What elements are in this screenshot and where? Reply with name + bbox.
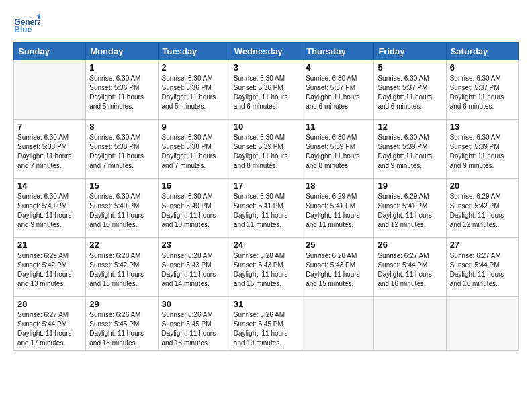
calendar-cell: 6Sunrise: 6:30 AM Sunset: 5:37 PM Daylig… (446, 60, 518, 120)
calendar-cell: 12Sunrise: 6:30 AM Sunset: 5:39 PM Dayli… (374, 120, 446, 179)
calendar-cell: 28Sunrise: 6:27 AM Sunset: 5:44 PM Dayli… (14, 297, 86, 351)
cell-info: Sunrise: 6:30 AM Sunset: 5:40 PM Dayligh… (89, 192, 154, 230)
day-number: 21 (17, 240, 82, 250)
day-number: 10 (234, 122, 298, 132)
calendar-header-thursday: Thursday (302, 43, 374, 60)
calendar-cell: 24Sunrise: 6:28 AM Sunset: 5:43 PM Dayli… (230, 238, 302, 297)
calendar-cell: 29Sunrise: 6:26 AM Sunset: 5:45 PM Dayli… (86, 297, 158, 351)
cell-info: Sunrise: 6:29 AM Sunset: 5:42 PM Dayligh… (17, 251, 82, 289)
svg-text:Blue: Blue (14, 25, 32, 34)
cell-info: Sunrise: 6:30 AM Sunset: 5:41 PM Dayligh… (234, 192, 298, 230)
calendar-header-saturday: Saturday (446, 43, 518, 60)
logo: General Blue (13, 10, 43, 37)
day-number: 11 (306, 122, 370, 132)
calendar-cell: 13Sunrise: 6:30 AM Sunset: 5:39 PM Dayli… (446, 120, 518, 179)
calendar-cell: 20Sunrise: 6:29 AM Sunset: 5:42 PM Dayli… (446, 179, 518, 238)
day-number: 14 (17, 181, 82, 191)
cell-info: Sunrise: 6:27 AM Sunset: 5:44 PM Dayligh… (17, 310, 82, 348)
calendar-cell: 18Sunrise: 6:29 AM Sunset: 5:41 PM Dayli… (302, 179, 374, 238)
calendar-header-row: SundayMondayTuesdayWednesdayThursdayFrid… (14, 43, 519, 60)
calendar-cell: 15Sunrise: 6:30 AM Sunset: 5:40 PM Dayli… (86, 179, 158, 238)
day-number: 5 (378, 62, 442, 73)
calendar-cell: 4Sunrise: 6:30 AM Sunset: 5:37 PM Daylig… (302, 60, 374, 120)
cell-info: Sunrise: 6:26 AM Sunset: 5:45 PM Dayligh… (89, 310, 154, 348)
calendar-cell: 11Sunrise: 6:30 AM Sunset: 5:39 PM Dayli… (302, 120, 374, 179)
cell-info: Sunrise: 6:28 AM Sunset: 5:42 PM Dayligh… (89, 251, 154, 289)
calendar-cell: 21Sunrise: 6:29 AM Sunset: 5:42 PM Dayli… (14, 238, 86, 297)
calendar-cell (302, 297, 374, 351)
calendar-cell (446, 297, 518, 351)
day-number: 23 (162, 240, 226, 250)
cell-info: Sunrise: 6:30 AM Sunset: 5:39 PM Dayligh… (450, 133, 515, 171)
day-number: 27 (450, 240, 515, 250)
day-number: 4 (306, 62, 370, 73)
calendar-cell: 26Sunrise: 6:27 AM Sunset: 5:44 PM Dayli… (374, 238, 446, 297)
calendar-header-sunday: Sunday (14, 43, 86, 60)
day-number: 12 (378, 122, 442, 132)
day-number: 8 (89, 122, 154, 132)
day-number: 16 (162, 181, 226, 191)
calendar-cell: 3Sunrise: 6:30 AM Sunset: 5:36 PM Daylig… (230, 60, 302, 120)
day-number: 31 (234, 299, 298, 309)
calendar-cell: 7Sunrise: 6:30 AM Sunset: 5:38 PM Daylig… (14, 120, 86, 179)
cell-info: Sunrise: 6:30 AM Sunset: 5:39 PM Dayligh… (234, 133, 298, 171)
calendar-cell: 31Sunrise: 6:26 AM Sunset: 5:45 PM Dayli… (230, 297, 302, 351)
calendar-cell: 2Sunrise: 6:30 AM Sunset: 5:36 PM Daylig… (158, 60, 230, 120)
cell-info: Sunrise: 6:30 AM Sunset: 5:38 PM Dayligh… (89, 133, 154, 171)
cell-info: Sunrise: 6:27 AM Sunset: 5:44 PM Dayligh… (378, 251, 442, 289)
calendar-cell (374, 297, 446, 351)
cell-info: Sunrise: 6:30 AM Sunset: 5:38 PM Dayligh… (17, 133, 82, 171)
page-container: General Blue SundayMondayTuesdayWednesda… (0, 0, 532, 411)
day-number: 20 (450, 181, 515, 191)
day-number: 22 (89, 240, 154, 250)
day-number: 6 (450, 62, 515, 73)
calendar-header-tuesday: Tuesday (158, 43, 230, 60)
calendar-header-monday: Monday (86, 43, 158, 60)
cell-info: Sunrise: 6:30 AM Sunset: 5:36 PM Dayligh… (234, 74, 298, 111)
calendar-cell: 17Sunrise: 6:30 AM Sunset: 5:41 PM Dayli… (230, 179, 302, 238)
day-number: 26 (378, 240, 442, 250)
calendar-table: SundayMondayTuesdayWednesdayThursdayFrid… (13, 42, 519, 351)
cell-info: Sunrise: 6:30 AM Sunset: 5:39 PM Dayligh… (378, 133, 442, 171)
cell-info: Sunrise: 6:29 AM Sunset: 5:41 PM Dayligh… (378, 192, 442, 230)
cell-info: Sunrise: 6:30 AM Sunset: 5:38 PM Dayligh… (162, 133, 226, 171)
calendar-cell: 14Sunrise: 6:30 AM Sunset: 5:40 PM Dayli… (14, 179, 86, 238)
day-number: 25 (306, 240, 370, 250)
calendar-cell: 16Sunrise: 6:30 AM Sunset: 5:40 PM Dayli… (158, 179, 230, 238)
cell-info: Sunrise: 6:30 AM Sunset: 5:37 PM Dayligh… (450, 74, 515, 111)
day-number: 30 (162, 299, 226, 309)
day-number: 13 (450, 122, 515, 132)
calendar-header-wednesday: Wednesday (230, 43, 302, 60)
calendar-cell: 22Sunrise: 6:28 AM Sunset: 5:42 PM Dayli… (86, 238, 158, 297)
cell-info: Sunrise: 6:28 AM Sunset: 5:43 PM Dayligh… (306, 251, 370, 289)
day-number: 15 (89, 181, 154, 191)
calendar-cell: 8Sunrise: 6:30 AM Sunset: 5:38 PM Daylig… (86, 120, 158, 179)
day-number: 3 (234, 62, 298, 73)
day-number: 9 (162, 122, 226, 132)
cell-info: Sunrise: 6:28 AM Sunset: 5:43 PM Dayligh… (234, 251, 298, 289)
cell-info: Sunrise: 6:30 AM Sunset: 5:40 PM Dayligh… (17, 192, 82, 230)
day-number: 29 (89, 299, 154, 309)
cell-info: Sunrise: 6:28 AM Sunset: 5:43 PM Dayligh… (162, 251, 226, 289)
calendar-cell: 5Sunrise: 6:30 AM Sunset: 5:37 PM Daylig… (374, 60, 446, 120)
cell-info: Sunrise: 6:26 AM Sunset: 5:45 PM Dayligh… (234, 310, 298, 348)
calendar-cell: 27Sunrise: 6:27 AM Sunset: 5:44 PM Dayli… (446, 238, 518, 297)
page-header: General Blue (13, 10, 519, 37)
day-number: 19 (378, 181, 442, 191)
day-number: 24 (234, 240, 298, 250)
calendar-cell: 25Sunrise: 6:28 AM Sunset: 5:43 PM Dayli… (302, 238, 374, 297)
calendar-header-friday: Friday (374, 43, 446, 60)
day-number: 17 (234, 181, 298, 191)
day-number: 2 (162, 62, 226, 73)
calendar-cell (14, 60, 86, 120)
day-number: 28 (17, 299, 82, 309)
cell-info: Sunrise: 6:27 AM Sunset: 5:44 PM Dayligh… (450, 251, 515, 289)
cell-info: Sunrise: 6:30 AM Sunset: 5:39 PM Dayligh… (306, 133, 370, 171)
cell-info: Sunrise: 6:30 AM Sunset: 5:40 PM Dayligh… (162, 192, 226, 230)
cell-info: Sunrise: 6:30 AM Sunset: 5:36 PM Dayligh… (89, 74, 154, 111)
cell-info: Sunrise: 6:26 AM Sunset: 5:45 PM Dayligh… (162, 310, 226, 348)
cell-info: Sunrise: 6:29 AM Sunset: 5:42 PM Dayligh… (450, 192, 515, 230)
logo-svg: General Blue (13, 10, 40, 37)
cell-info: Sunrise: 6:30 AM Sunset: 5:37 PM Dayligh… (306, 74, 370, 111)
calendar-cell: 10Sunrise: 6:30 AM Sunset: 5:39 PM Dayli… (230, 120, 302, 179)
